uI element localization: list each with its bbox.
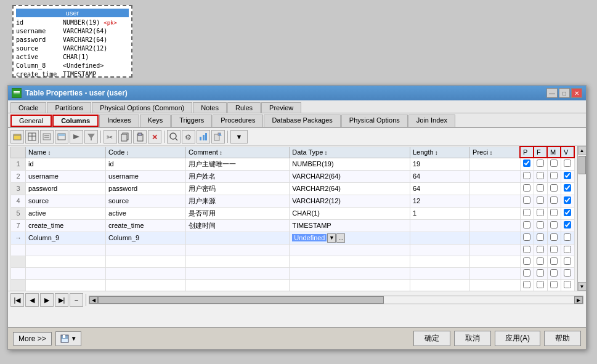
cell-length-1[interactable]: 19 xyxy=(410,158,469,170)
toolbar-grid-btn[interactable] xyxy=(25,130,39,144)
tab-physical-options[interactable]: Physical Options xyxy=(341,115,408,127)
tab-physical-options-common[interactable]: Physical Options (Common) xyxy=(92,102,192,113)
tab-triggers[interactable]: Triggers xyxy=(171,115,212,127)
table-row[interactable]: 2 username username 用户姓名 VARCHAR2(64) 64 xyxy=(11,170,575,182)
scroll-thumb[interactable] xyxy=(579,156,586,174)
cell-name-new[interactable]: Column_9 xyxy=(26,232,106,244)
more-button[interactable]: More >> xyxy=(13,332,52,346)
cell-v-7[interactable] xyxy=(561,219,574,232)
cell-code-new[interactable]: Column_9 xyxy=(106,232,186,244)
toolbar-dropdown-btn[interactable]: ▼ xyxy=(230,130,248,144)
toolbar-arrow-btn[interactable] xyxy=(70,130,83,144)
cell-comment-2[interactable]: 用户姓名 xyxy=(186,170,290,182)
cell-v-4[interactable] xyxy=(561,195,574,207)
cell-code-2[interactable]: username xyxy=(106,170,186,182)
cell-name-2[interactable]: username xyxy=(26,170,106,182)
h-scrollbar[interactable]: ◀ ▶ xyxy=(89,296,583,304)
toolbar-list-btn[interactable] xyxy=(40,130,54,144)
cell-p-5[interactable] xyxy=(520,207,534,219)
ok-button[interactable]: 确定 xyxy=(413,331,450,346)
scroll-up-btn[interactable]: ▲ xyxy=(578,146,587,155)
tab-join-index[interactable]: Join Index xyxy=(408,115,455,127)
cell-p-1[interactable] xyxy=(520,158,534,170)
tab-procedures[interactable]: Procedures xyxy=(213,115,263,127)
cell-comment-new[interactable] xyxy=(186,232,290,244)
cell-v-3[interactable] xyxy=(561,182,574,195)
table-row-new[interactable]: → Column_9 Column_9 Undefined ▼ … xyxy=(11,232,575,244)
cell-code-3[interactable]: password xyxy=(106,182,186,195)
cell-type-7[interactable]: TIMESTAMP xyxy=(290,219,410,232)
cell-preci-new[interactable] xyxy=(470,232,520,244)
cell-p-new[interactable] xyxy=(520,232,534,244)
type-extra-btn[interactable]: … xyxy=(336,233,345,243)
cell-f-2[interactable] xyxy=(534,170,547,182)
cell-v-new[interactable] xyxy=(561,232,574,244)
cell-name-3[interactable]: password xyxy=(26,182,106,195)
cell-p-3[interactable] xyxy=(520,182,534,195)
cell-v-1[interactable] xyxy=(561,158,574,170)
cell-comment-7[interactable]: 创建时间 xyxy=(186,219,290,232)
nav-first-btn[interactable]: |◀ xyxy=(10,293,24,307)
th-preci[interactable]: Preci xyxy=(470,147,520,158)
cell-f-new[interactable] xyxy=(534,232,547,244)
cell-preci-7[interactable] xyxy=(470,219,520,232)
cell-f-4[interactable] xyxy=(534,195,547,207)
cell-preci-4[interactable] xyxy=(470,195,520,207)
apply-button[interactable]: 应用(A) xyxy=(495,331,540,346)
table-row[interactable]: 5 active active 是否可用 CHAR(1) 1 xyxy=(11,207,575,219)
cell-code-5[interactable]: active xyxy=(106,207,186,219)
cell-m-1[interactable] xyxy=(547,158,561,170)
table-row[interactable]: 7 create_time create_time 创建时间 TIMESTAMP xyxy=(11,219,575,232)
save-button[interactable]: ▼ xyxy=(55,331,81,346)
th-code[interactable]: Code xyxy=(106,147,186,158)
th-length[interactable]: Length xyxy=(410,147,469,158)
nav-prev-btn[interactable]: ◀ xyxy=(25,293,39,307)
cell-name-5[interactable]: active xyxy=(26,207,106,219)
cell-preci-2[interactable] xyxy=(470,170,520,182)
toolbar-copy-btn[interactable] xyxy=(118,130,132,144)
cell-type-5[interactable]: CHAR(1) xyxy=(290,207,410,219)
cell-type-4[interactable]: VARCHAR2(12) xyxy=(290,195,410,207)
toolbar-paste-btn[interactable] xyxy=(133,130,147,144)
hscroll-left-btn[interactable]: ◀ xyxy=(89,296,98,304)
cell-type-2[interactable]: VARCHAR2(64) xyxy=(290,170,410,182)
tab-notes[interactable]: Notes xyxy=(193,102,227,113)
nav-last-btn[interactable]: ▶| xyxy=(55,293,68,307)
tab-keys[interactable]: Keys xyxy=(140,115,171,127)
toolbar-delete-btn[interactable]: ✕ xyxy=(148,130,161,144)
table-row[interactable]: 4 source source 用户来源 VARCHAR2(12) 12 xyxy=(11,195,575,207)
nav-minus-btn[interactable]: − xyxy=(70,293,83,307)
cell-m-4[interactable] xyxy=(547,195,561,207)
scroll-down-btn[interactable]: ▼ xyxy=(578,282,587,291)
maximize-button[interactable]: □ xyxy=(559,88,570,98)
cell-f-7[interactable] xyxy=(534,219,547,232)
cell-comment-4[interactable]: 用户来源 xyxy=(186,195,290,207)
toolbar-tool-btn[interactable]: ⚙ xyxy=(182,130,195,144)
toolbar-open-btn[interactable] xyxy=(10,130,24,144)
cell-code-1[interactable]: id xyxy=(106,158,186,170)
cell-f-5[interactable] xyxy=(534,207,547,219)
tab-partitions[interactable]: Partitions xyxy=(47,102,91,113)
hscroll-thumb[interactable] xyxy=(98,296,384,304)
cell-f-1[interactable] xyxy=(534,158,547,170)
cell-length-new[interactable] xyxy=(410,232,469,244)
table-row[interactable]: 1 id id 用户主键唯一一 NUMBER(19) 19 xyxy=(11,158,575,170)
cell-p-4[interactable] xyxy=(520,195,534,207)
cell-type-1[interactable]: NUMBER(19) xyxy=(290,158,410,170)
cell-name-4[interactable]: source xyxy=(26,195,106,207)
cell-code-7[interactable]: create_time xyxy=(106,219,186,232)
cell-name-7[interactable]: create_time xyxy=(26,219,106,232)
scroll-track[interactable] xyxy=(578,155,586,282)
toolbar-chart-btn[interactable] xyxy=(197,130,210,144)
tab-indexes[interactable]: Indexes xyxy=(99,115,139,127)
cell-length-3[interactable]: 64 xyxy=(410,182,469,195)
cell-name-1[interactable]: id xyxy=(26,158,106,170)
cell-code-4[interactable]: source xyxy=(106,195,186,207)
table-scrollbar-v[interactable]: ▲ ▼ xyxy=(577,146,586,291)
table-container[interactable]: Name Code Comment Data Type Length Preci… xyxy=(10,146,575,291)
th-comment[interactable]: Comment xyxy=(186,147,290,158)
cell-v-5[interactable] xyxy=(561,207,574,219)
cell-p-2[interactable] xyxy=(520,170,534,182)
tab-database-packages[interactable]: Database Packages xyxy=(264,115,340,127)
cell-length-7[interactable] xyxy=(410,219,469,232)
